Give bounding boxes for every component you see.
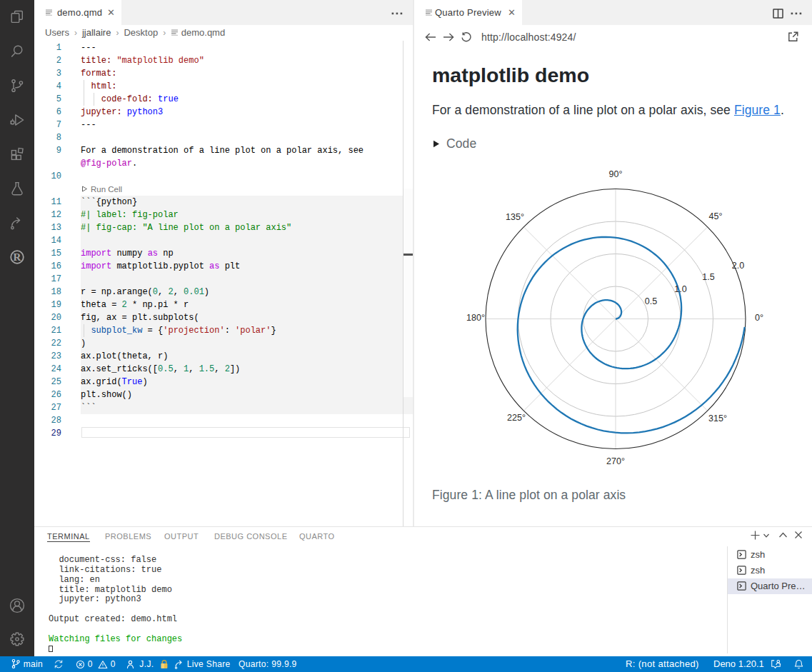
svg-text:90°: 90° xyxy=(609,169,623,179)
svg-text:315°: 315° xyxy=(708,413,727,423)
svg-text:45°: 45° xyxy=(709,211,723,221)
svg-text:1.0: 1.0 xyxy=(674,284,686,294)
svg-text:1.5: 1.5 xyxy=(702,272,714,282)
svg-text:225°: 225° xyxy=(507,413,526,423)
svg-text:135°: 135° xyxy=(506,212,524,222)
svg-text:R: R xyxy=(14,251,21,263)
svg-text:270°: 270° xyxy=(606,456,625,466)
svg-text:180°: 180° xyxy=(466,313,485,323)
svg-text:0.5: 0.5 xyxy=(645,296,657,306)
svg-text:0°: 0° xyxy=(755,313,763,323)
svg-text:2.0: 2.0 xyxy=(732,261,744,271)
